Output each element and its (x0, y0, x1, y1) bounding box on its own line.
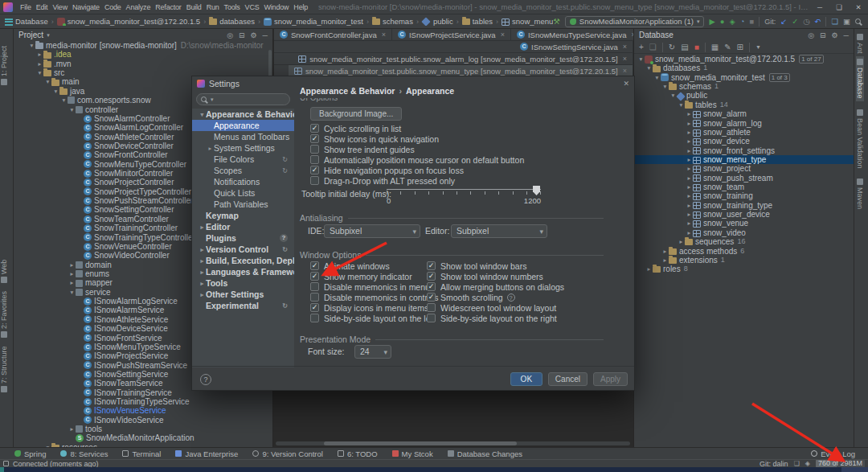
menu-code[interactable]: Code (102, 3, 124, 11)
settings-nav-plugins[interactable]: Plugins? (192, 232, 294, 244)
menu-window[interactable]: Window (262, 3, 292, 11)
collapse-all-icon[interactable]: ⊟ (239, 31, 245, 39)
close-icon[interactable]: ✕ (623, 80, 629, 88)
stop-icon[interactable]: ■ (694, 43, 699, 51)
settings-nav-system-settings[interactable]: ▸System Settings (192, 142, 294, 154)
close-tab-icon[interactable]: × (623, 43, 627, 51)
scrollbar-thumb[interactable] (324, 441, 517, 445)
settings-search-input[interactable]: ▾ (196, 93, 290, 105)
tab-snow-media-monitor-test-public-snow-menu-t[interactable]: snow_media_monitor_test.public.snow_menu… (289, 65, 633, 76)
db-tree-item-snow-alarm[interactable]: ▸snow_alarm (634, 109, 854, 118)
tag-icon[interactable]: ❏ (794, 460, 800, 467)
tab-snow-media-monitor-test-public-snow-alarm-[interactable]: snow_media_monitor_test.public.snow_alar… (293, 53, 633, 64)
tool-window-button-9-version-control[interactable]: 9: Version Control (252, 449, 323, 458)
settings-nav-menus-and-toolbars[interactable]: Menus and Toolbars (192, 131, 294, 142)
close-tab-icon[interactable]: × (623, 67, 627, 75)
tool-window-button-8-services[interactable]: 8: Services (60, 449, 108, 458)
checkbox-disable-mnemonics-in-controls[interactable]: Disable mnemonics in controls (310, 292, 438, 302)
menu-help[interactable]: Help (291, 3, 310, 11)
coverage-button[interactable]: ◈ (729, 15, 735, 28)
tab-isnowsettingservice-java[interactable]: CISnowSettingService.java× (514, 41, 633, 52)
settings-nav-keymap[interactable]: Keymap (192, 210, 294, 221)
background-image-button[interactable]: Background Image... (310, 107, 402, 121)
project-tree-item-snowmediamonitorapplication[interactable]: SSnowMediaMonitorApplication (14, 433, 272, 442)
history-clock-icon[interactable]: ◷ (803, 15, 809, 28)
close-tab-icon[interactable]: × (382, 31, 386, 39)
tab-isnowprojectservice-java[interactable]: CISnowProjectService.java× (392, 29, 511, 40)
git-commit-button[interactable]: ✓ (792, 15, 798, 28)
project-tree-item-isnowtrainingtypeservice[interactable]: CISnowTrainingTypeService (14, 397, 272, 406)
project-panel-title[interactable]: Project (18, 31, 43, 39)
db-tree-item-databases[interactable]: ▾databases1 (634, 64, 854, 72)
font-size-select[interactable]: 24 (354, 345, 391, 359)
db-tree-item-snow-menu-type[interactable]: ▸snow_menu_type (634, 155, 854, 164)
settings-nav-appearance[interactable]: Appearance (192, 120, 294, 131)
close-button[interactable]: ✕ (849, 0, 868, 14)
db-tree-item-snow-media-monitor-test[interactable]: ▾snow_media_monitor_test1 of 3 (634, 73, 854, 82)
settings-nav-version-control[interactable]: ▸Version Control↻ (192, 244, 294, 255)
tool-stripe-database[interactable]: Database (856, 56, 864, 101)
collapse-all-icon[interactable]: ⊟ (820, 31, 826, 39)
db-tree-item-snow-front-settings[interactable]: ▸snow_front_settings (634, 146, 854, 155)
console-icon[interactable]: ▤ (681, 43, 688, 51)
breadcrumb-public[interactable]: public (422, 17, 453, 26)
menu-tools[interactable]: Tools (222, 3, 243, 11)
tool-window-button-6-todo[interactable]: 6: TODO (338, 449, 378, 458)
run-button[interactable]: ▶ (709, 15, 714, 28)
run-configuration-select[interactable]: SnowMediaMonitorApplication (1) ▾ (565, 16, 705, 27)
help-button[interactable]: ? (200, 374, 211, 385)
menu-run[interactable]: Run (204, 3, 222, 11)
checkbox-show-tree-indent-guides[interactable]: Show tree indent guides (310, 144, 524, 154)
menu-navigate[interactable]: Navigate (70, 3, 102, 11)
breadcrumb-snow-media-monitor-test[interactable]: snow_media_monitor_test (264, 17, 363, 26)
project-tree-item-media-monitor-snow-media-monitor[interactable]: ▾media-monitor [snow-media-monitor]D:\sn… (14, 41, 272, 50)
git-branch-widget[interactable]: Git: dalin (760, 460, 788, 468)
tool-stripe-bean-validation[interactable]: Bean Validation (856, 109, 864, 172)
database-panel-title[interactable]: Database (639, 31, 674, 39)
open-window-icon[interactable]: ⊞ (737, 43, 743, 51)
tooltip-delay-slider[interactable]: 0 1200 (387, 184, 541, 203)
project-tree-item-isnowvideoservice[interactable]: CISnowVideoService (14, 416, 272, 425)
stop-button[interactable]: ■ (750, 15, 755, 28)
tool-window-button-database-changes[interactable]: Database Changes (448, 449, 522, 458)
db-tree-item-extensions[interactable]: ▸extensions1 (634, 256, 854, 265)
apply-button[interactable]: Apply (593, 372, 628, 386)
breadcrumb-databases[interactable]: databases (209, 17, 255, 26)
db-tree-item-sequences[interactable]: ▸sequences16 (634, 237, 854, 246)
menu-view[interactable]: View (50, 3, 70, 11)
tab-snowfrontcontroller-java[interactable]: CSnowFrontController.java× (274, 29, 392, 40)
git-update-button[interactable]: ↙ (780, 15, 787, 28)
memory-indicator[interactable]: 760 of 2981M (816, 460, 865, 467)
refresh-icon[interactable]: ↻ (669, 43, 675, 51)
db-tree-item-snow-training[interactable]: ▸snow_training (634, 191, 854, 200)
checkbox-side-by-side-layout-on-the-right[interactable]: Side-by-side layout on the right (427, 313, 564, 323)
tool-stripe-project[interactable]: 1: Project (0, 35, 8, 85)
settings-nav-experimental[interactable]: Experimental↻ (192, 300, 294, 311)
project-tree-item-isnowvenueservice[interactable]: CISnowVenueService (14, 406, 272, 415)
menu-build[interactable]: Build (184, 3, 204, 11)
cancel-button[interactable]: Cancel (548, 372, 588, 386)
db-tree-item-snow-user-device[interactable]: ▸snow_user_device (634, 210, 854, 219)
tool-window-button-java-enterprise[interactable]: Java Enterprise (175, 449, 238, 458)
event-log-button[interactable]: Event Log (811, 449, 855, 458)
tool-stripe-maven[interactable]: Maven (856, 179, 864, 212)
locate-icon[interactable]: ◎ (808, 31, 814, 39)
checkbox-widescreen-tool-window-layout[interactable]: Widescreen tool window layout (427, 302, 564, 313)
notification-icon[interactable] (3, 461, 9, 466)
ide-antialiasing-select[interactable]: Subpixel (324, 224, 420, 238)
settings-dialog-titlebar[interactable]: Settings ✕ (192, 76, 634, 91)
tool-stripe-web[interactable]: Web (0, 256, 8, 283)
db-tree-item-snow-alarm-log[interactable]: ▸snow_alarm_log (634, 119, 854, 128)
menu-edit[interactable]: Edit (34, 3, 51, 11)
settings-nav-appearance-behavior[interactable]: ▾Appearance & Behavior (192, 109, 294, 120)
db-tree-item-snow-athlete[interactable]: ▸snow_athlete (634, 128, 854, 137)
checkbox-smooth-scrolling[interactable]: ✓Smooth scrolling? (427, 292, 564, 302)
checkbox-hide-navigation-popups-on-focus-loss[interactable]: ✓Hide navigation popups on focus loss (310, 165, 524, 175)
db-tree-item-snow-venue[interactable]: ▸snow_venue (634, 219, 854, 228)
close-tab-icon[interactable]: × (501, 31, 505, 39)
settings-nav-notifications[interactable]: Notifications (192, 176, 294, 187)
tool-window-button-terminal[interactable]: Terminal (122, 449, 161, 458)
db-tree-item-access-methods[interactable]: ▸access methods6 (634, 247, 854, 256)
breadcrumb-schemas[interactable]: schemas (372, 17, 413, 26)
settings-nav-tools[interactable]: ▸Tools (192, 277, 294, 289)
